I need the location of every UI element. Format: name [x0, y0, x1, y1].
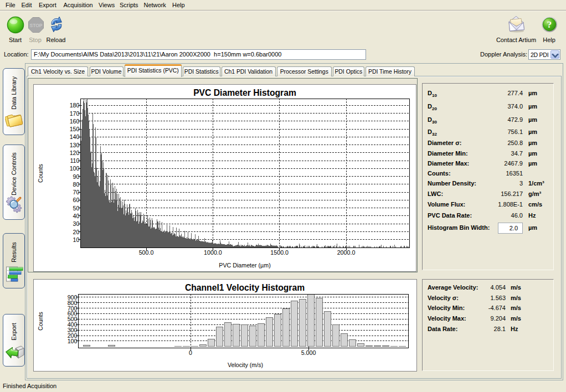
svg-text:30: 30 [73, 220, 80, 227]
svg-text:Counts: Counts [37, 312, 44, 331]
svg-text:PVC Diameter (µm): PVC Diameter (µm) [219, 262, 270, 269]
svg-text:STOP: STOP [30, 23, 43, 28]
svg-text:90: 90 [73, 173, 80, 180]
svg-text:1500.0: 1500.0 [270, 249, 289, 256]
svg-text:80: 80 [73, 181, 80, 188]
svg-text:10: 10 [73, 236, 80, 243]
svg-text:?: ? [547, 19, 552, 30]
svg-text:70: 70 [73, 189, 80, 195]
svg-text:Counts: Counts [37, 164, 44, 183]
svg-text:2000.0: 2000.0 [337, 249, 356, 256]
svg-text:50: 50 [73, 205, 80, 212]
svg-text:PVC Diameter Histogram: PVC Diameter Histogram [193, 88, 296, 97]
svg-text:130: 130 [70, 142, 80, 148]
svg-text:140: 140 [70, 133, 80, 140]
svg-text:40: 40 [73, 213, 80, 219]
svg-text:150: 150 [70, 126, 80, 132]
svg-text:5.000: 5.000 [301, 349, 316, 356]
svg-text:20: 20 [73, 229, 80, 235]
svg-text:1000.0: 1000.0 [204, 249, 222, 256]
svg-text:500.0: 500.0 [139, 249, 154, 256]
svg-text:160: 160 [70, 118, 80, 125]
svg-text:180: 180 [70, 102, 80, 109]
svg-text:110: 110 [70, 157, 79, 164]
svg-text:120: 120 [70, 149, 80, 156]
svg-text:100: 100 [70, 165, 80, 172]
svg-text:170: 170 [70, 110, 80, 117]
svg-text:0: 0 [189, 349, 192, 356]
svg-text:Channel1 Velocity Histogram: Channel1 Velocity Histogram [185, 283, 305, 292]
svg-text:900: 900 [68, 294, 78, 301]
svg-text:60: 60 [73, 197, 80, 203]
svg-text:Velocity (m/s): Velocity (m/s) [228, 362, 263, 368]
